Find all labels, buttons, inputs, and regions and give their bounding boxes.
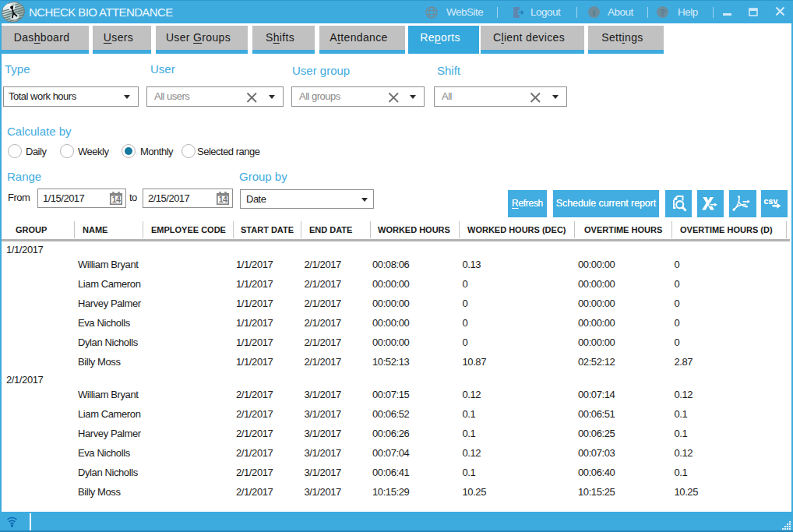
svg-text:14: 14 xyxy=(219,195,227,204)
svg-text:i: i xyxy=(593,8,595,17)
svg-text:14: 14 xyxy=(112,195,121,204)
svg-text:csv: csv xyxy=(764,196,778,206)
svg-text:?: ? xyxy=(660,8,665,17)
